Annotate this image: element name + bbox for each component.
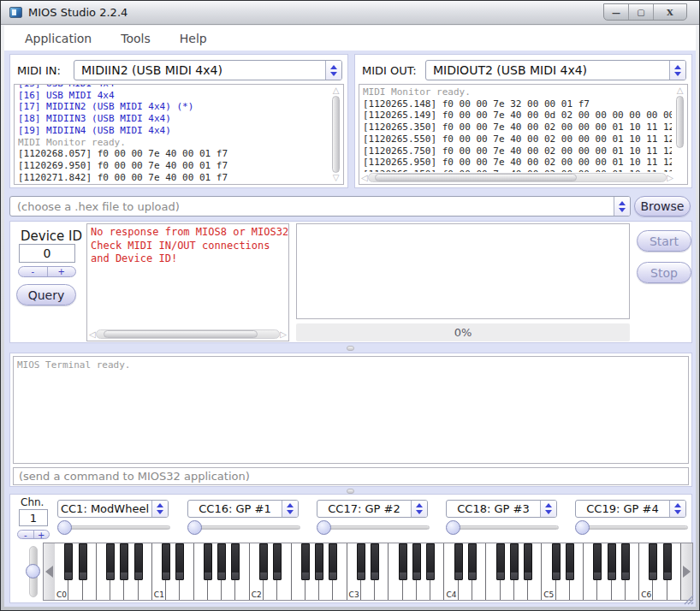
black-key[interactable] [496, 543, 505, 580]
cc-select-spinner[interactable] [411, 501, 427, 517]
black-key[interactable] [524, 543, 532, 580]
octave-shift-left-button[interactable] [44, 543, 55, 600]
cc-slider-4[interactable] [448, 520, 559, 535]
device-id-field[interactable]: 0 [19, 244, 75, 263]
cc-select-spinner[interactable] [540, 501, 556, 517]
midi-in-vertical-scrollbar[interactable]: △ ▽ [330, 86, 341, 182]
slider-track[interactable] [318, 525, 430, 530]
cc-select-3[interactable]: CC17: GP #2 [317, 500, 428, 518]
cc-select-5[interactable]: CC19: GP #4 [575, 500, 686, 518]
slider-track[interactable] [59, 525, 170, 530]
device-id-increment-button[interactable]: + [48, 267, 76, 276]
midi-in-select[interactable]: MIDIIN2 (USB MIDI 4x4) [74, 60, 342, 80]
black-key[interactable] [593, 543, 602, 580]
black-key[interactable] [399, 543, 407, 580]
channel-field[interactable]: 1 [19, 509, 48, 526]
scroll-left-icon[interactable]: ◁ [89, 330, 96, 339]
cc-select-spinner[interactable] [282, 501, 298, 517]
black-key[interactable] [357, 543, 365, 580]
slider-track[interactable] [189, 525, 300, 530]
scrollbar-thumb[interactable] [375, 174, 577, 181]
title-bar[interactable]: MIOS Studio 2.2.4 — ▢ X [1, 1, 699, 25]
menu-help[interactable]: Help [180, 32, 207, 45]
midi-out-vertical-scrollbar[interactable]: △ [674, 86, 685, 171]
close-button[interactable]: X [654, 4, 686, 20]
black-key[interactable] [426, 543, 435, 580]
black-key[interactable] [79, 543, 87, 580]
black-key[interactable] [663, 543, 672, 580]
midi-out-select-spinner[interactable] [669, 61, 685, 80]
black-key[interactable] [259, 543, 268, 580]
scroll-right-icon[interactable]: ▷ [280, 330, 287, 339]
start-button[interactable]: Start [637, 230, 691, 252]
black-key[interactable] [649, 543, 657, 580]
upload-status-horizontal-scrollbar[interactable]: ◁ ▷ [89, 329, 287, 340]
black-key[interactable] [273, 543, 282, 580]
cc-slider-5[interactable] [577, 520, 688, 535]
cc-select-spinner[interactable] [669, 501, 685, 517]
slider-track[interactable] [448, 525, 559, 530]
stop-button[interactable]: Stop [637, 262, 691, 283]
midi-out-select[interactable]: MIDIOUT2 (USB MIDI 4x4) [425, 60, 686, 80]
black-key[interactable] [162, 543, 170, 580]
black-key[interactable] [231, 543, 240, 580]
cc-select-2[interactable]: CC16: GP #1 [187, 500, 299, 518]
browse-button[interactable]: Browse [634, 196, 691, 217]
slider-thumb[interactable] [575, 520, 590, 535]
scroll-left-icon[interactable]: ◁ [361, 174, 368, 182]
black-key[interactable] [621, 543, 630, 580]
black-key[interactable] [64, 543, 73, 580]
slider-thumb[interactable] [57, 520, 72, 535]
cc-select-1[interactable]: CC1: ModWheel [57, 500, 169, 518]
slider-thumb[interactable] [446, 520, 460, 535]
octave-shift-right-button[interactable] [681, 543, 692, 600]
splitter-handle[interactable] [347, 346, 354, 351]
minimize-button[interactable]: — [604, 4, 629, 20]
black-key[interactable] [552, 543, 561, 580]
scroll-up-icon[interactable]: △ [677, 86, 684, 95]
black-key[interactable] [566, 543, 574, 580]
scrollbar-thumb[interactable] [104, 330, 257, 338]
resize-grip[interactable] [682, 593, 694, 605]
scrollbar-thumb[interactable] [676, 96, 684, 148]
black-key[interactable] [217, 543, 226, 580]
hex-file-select[interactable]: (choose a .hex file to upload) [9, 196, 631, 217]
black-key[interactable] [468, 543, 477, 580]
black-key[interactable] [120, 543, 128, 580]
slider-thumb[interactable] [187, 520, 202, 535]
cc-slider-2[interactable] [189, 520, 300, 535]
maximize-button[interactable]: ▢ [629, 4, 654, 20]
menu-application[interactable]: Application [25, 32, 92, 45]
black-key[interactable] [412, 543, 421, 580]
midi-in-select-spinner[interactable] [325, 61, 341, 80]
black-key[interactable] [510, 543, 519, 580]
black-key[interactable] [315, 543, 323, 580]
channel-decrement-button[interactable]: - [18, 531, 34, 538]
cc-select-4[interactable]: CC18: GP #3 [446, 500, 557, 518]
midi-out-horizontal-scrollbar[interactable]: ◁ ▷ [361, 172, 673, 183]
slider-track[interactable] [577, 525, 688, 530]
black-key[interactable] [301, 543, 310, 580]
cc-slider-3[interactable] [318, 520, 430, 535]
black-key[interactable] [329, 543, 337, 580]
channel-increment-button[interactable]: + [34, 531, 50, 538]
query-button[interactable]: Query [16, 284, 76, 306]
hex-file-spinner[interactable] [614, 197, 630, 216]
black-key[interactable] [608, 543, 616, 580]
menu-tools[interactable]: Tools [121, 32, 151, 45]
black-key[interactable] [454, 543, 463, 580]
scroll-up-icon[interactable]: △ [333, 86, 340, 95]
black-key[interactable] [134, 543, 143, 580]
scroll-down-icon[interactable]: ▽ [333, 174, 340, 182]
slider-thumb[interactable] [317, 520, 331, 535]
velocity-slider-thumb[interactable] [26, 564, 40, 578]
black-key[interactable] [175, 543, 184, 580]
black-key[interactable] [371, 543, 379, 580]
black-key[interactable] [106, 543, 115, 580]
black-key[interactable] [204, 543, 212, 580]
scrollbar-thumb[interactable] [332, 96, 340, 173]
scroll-right-icon[interactable]: ▷ [667, 174, 673, 182]
terminal-input[interactable]: (send a command to MIOS32 application) [13, 467, 689, 485]
cc-select-spinner[interactable] [151, 501, 168, 517]
device-id-decrement-button[interactable]: - [19, 267, 48, 276]
